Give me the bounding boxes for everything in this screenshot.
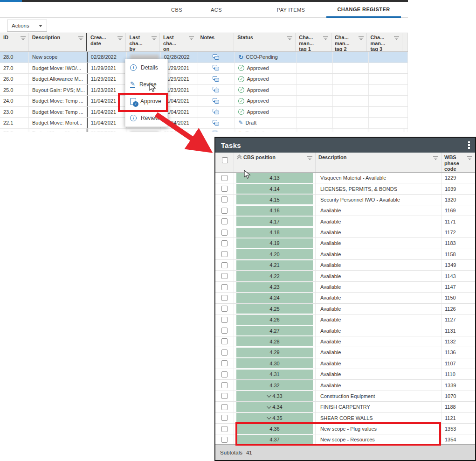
task-row[interactable]: 4.35SHEAR CORE WALLS1121	[215, 413, 475, 424]
cbs-position-pill[interactable]: 4.35	[236, 413, 313, 423]
notes-icon[interactable]	[213, 120, 220, 126]
tab-acs[interactable]: ACS	[205, 2, 228, 18]
cbs-position-header[interactable]: CBS position	[243, 154, 276, 161]
cbs-position-pill[interactable]: 4.16	[236, 206, 313, 216]
menu-item-approve[interactable]: Approve	[125, 93, 167, 110]
task-row[interactable]: 4.20Available1158	[215, 249, 475, 260]
task-row[interactable]: 4.26Available1127	[215, 314, 475, 325]
task-row[interactable]: 4.33Construction Equipment1070	[215, 391, 475, 402]
notes-icon[interactable]	[213, 87, 220, 93]
filter-icon[interactable]	[433, 156, 438, 160]
cbs-position-pill[interactable]: 4.31	[236, 370, 313, 379]
row-checkbox[interactable]	[221, 415, 228, 421]
row-checkbox[interactable]	[221, 240, 228, 246]
column-header[interactable]: Status	[234, 33, 296, 51]
column-header[interactable]: Description	[29, 33, 87, 51]
task-row[interactable]: 4.27Available1131	[215, 325, 475, 336]
cbs-position-pill[interactable]: 4.17	[236, 217, 313, 226]
menu-item-review[interactable]: iReview	[125, 110, 167, 126]
cbs-position-pill[interactable]: 4.30	[236, 358, 313, 368]
row-checkbox[interactable]	[221, 349, 228, 356]
task-row[interactable]: 4.17Available1171	[215, 216, 475, 227]
tab-change-register[interactable]: CHANGE REGISTER	[326, 2, 401, 18]
row-checkbox[interactable]	[221, 371, 228, 377]
column-header[interactable]: Notes	[197, 33, 235, 51]
cbs-position-pill[interactable]: 4.27	[236, 326, 313, 335]
row-checkbox[interactable]	[221, 328, 228, 334]
notes-icon[interactable]	[213, 98, 220, 104]
row-checkbox[interactable]	[221, 208, 228, 214]
task-row[interactable]: 4.15Security Personnel IWO - Available13…	[215, 195, 475, 205]
register-row[interactable]: 27.0Budget Move: IWO/...11/29/202111/29/…	[0, 63, 408, 74]
cbs-position-pill[interactable]: 4.33	[236, 391, 313, 401]
register-row[interactable]: 26.0Budget Allowance M...11/29/202111/29…	[0, 74, 408, 85]
register-row[interactable]: 24.0Budget Move: Temp ...11/04/202111/04…	[0, 96, 408, 107]
cbs-position-pill[interactable]: 4.24	[236, 293, 313, 303]
cbs-position-pill[interactable]: 4.15	[236, 195, 313, 204]
notes-icon[interactable]	[213, 76, 220, 82]
column-header[interactable]: ID	[0, 33, 29, 51]
cbs-position-pill[interactable]: 4.32	[236, 380, 313, 390]
notes-icon[interactable]	[213, 131, 220, 132]
filter-icon[interactable]	[189, 36, 194, 40]
filter-icon[interactable]	[117, 36, 123, 40]
register-row[interactable]: 22.1Budget Move: Morol...11/04/202111/04…	[0, 118, 408, 129]
filter-icon[interactable]	[467, 156, 472, 160]
row-checkbox[interactable]	[221, 317, 228, 323]
actions-button[interactable]: Actions	[7, 20, 47, 32]
column-header[interactable]: Cha... man... tag 1	[296, 33, 331, 51]
filter-icon[interactable]	[359, 36, 364, 40]
task-row[interactable]: 4.37New scope - Resources1354	[215, 434, 475, 444]
notes-icon[interactable]	[213, 54, 220, 60]
notes-icon[interactable]	[213, 109, 220, 115]
row-checkbox[interactable]	[221, 251, 228, 257]
chevron-down-icon[interactable]	[267, 404, 271, 409]
register-row[interactable]: 28.0New scope02/28/202202/28/2022↻CCO-Pe…	[0, 52, 408, 63]
column-header[interactable]: Last cha... on	[160, 33, 197, 51]
row-checkbox[interactable]	[221, 404, 228, 410]
cbs-position-pill[interactable]: 4.13	[236, 173, 313, 183]
cbs-position-pill[interactable]: 4.37	[236, 435, 313, 444]
task-row[interactable]: 4.32Available1339	[215, 380, 475, 391]
wbs-phase-code-header[interactable]: WBS phase code	[444, 154, 459, 172]
row-checkbox[interactable]	[221, 437, 228, 443]
row-checkbox[interactable]	[221, 338, 228, 344]
cbs-position-pill[interactable]: 4.14	[236, 184, 313, 194]
row-checkbox[interactable]	[221, 230, 228, 236]
row-checkbox[interactable]	[221, 393, 228, 399]
menu-item-revise[interactable]: ✎Revise	[125, 76, 167, 93]
description-header[interactable]: Description	[318, 154, 347, 161]
row-checkbox[interactable]	[221, 284, 228, 290]
cbs-position-pill[interactable]: 4.21	[236, 260, 313, 270]
filter-icon[interactable]	[394, 36, 399, 40]
task-row[interactable]: 4.30Available1107	[215, 358, 475, 369]
chevron-down-icon[interactable]	[267, 393, 271, 398]
filter-icon[interactable]	[307, 156, 312, 160]
cbs-position-pill[interactable]: 4.18	[236, 228, 313, 237]
notes-icon[interactable]	[213, 65, 220, 71]
row-checkbox[interactable]	[221, 273, 228, 279]
column-header[interactable]: Crea... date	[87, 33, 126, 51]
task-row[interactable]: 4.22Available1143	[215, 271, 475, 281]
cbs-position-pill[interactable]: 4.36	[236, 424, 313, 434]
task-row[interactable]: 4.34FINISH CARPENTRY1188	[215, 402, 475, 412]
task-row[interactable]: 4.13Visqueen Material - Available1229	[215, 173, 475, 183]
row-checkbox[interactable]	[221, 218, 228, 224]
row-checkbox[interactable]	[221, 382, 228, 388]
filter-icon[interactable]	[21, 36, 26, 40]
menu-item-details[interactable]: iDetails	[125, 59, 167, 76]
sort-ascending-icon[interactable]	[237, 155, 242, 160]
task-row[interactable]: 4.16Available1169	[215, 205, 475, 216]
cbs-position-pill[interactable]: 4.23	[236, 282, 313, 292]
task-row[interactable]: 4.23Available1147	[215, 282, 475, 293]
task-row[interactable]: 4.28Available1132	[215, 336, 475, 347]
filter-icon[interactable]	[152, 36, 157, 40]
cbs-position-pill[interactable]: 4.28	[236, 336, 313, 346]
filter-icon[interactable]	[323, 36, 328, 40]
row-checkbox[interactable]	[221, 426, 228, 432]
task-row[interactable]: 4.25Available1126	[215, 304, 475, 314]
task-row[interactable]: 4.21Available1349	[215, 260, 475, 271]
select-all-checkbox[interactable]	[222, 157, 228, 163]
cbs-position-pill[interactable]: 4.26	[236, 315, 313, 325]
cbs-position-pill[interactable]: 4.22	[236, 271, 313, 281]
